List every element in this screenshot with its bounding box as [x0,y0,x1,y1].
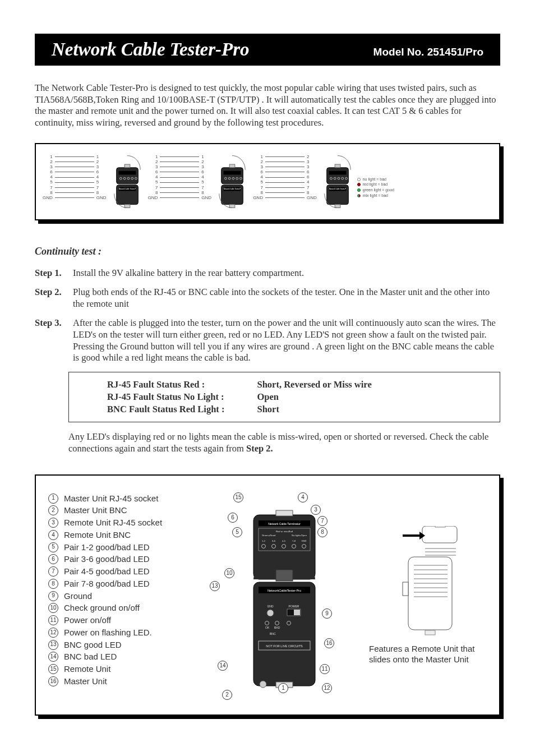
part-number-icon: 4 [48,530,58,540]
fault-row: BNC Fault Status Red Light :Short [104,404,375,415]
parts-list-item: 6 Pair 3-6 good/bad LED [48,553,200,565]
parts-list-item: 8 Pair 7-8 good/bad LED [48,578,200,590]
step-label: Step 3. [35,317,68,364]
part-number-icon: 7 [48,566,58,577]
svg-rect-25 [335,164,340,168]
parts-list-item: 4 Remote Unit BNC [48,529,200,541]
svg-text:Network Cable Tester-P: Network Cable Tester-P [118,188,136,190]
svg-rect-0 [116,167,138,183]
parts-list-item: 15 Remote Unit [48,663,200,675]
svg-text:NetworkCableTester-Pro: NetworkCableTester-Pro [268,589,301,592]
part-number-icon: 9 [48,591,58,601]
part-number-icon: 11 [48,615,58,625]
parts-list-item: 13 BNC good LED [48,639,200,651]
svg-text:7-8: 7-8 [292,540,296,542]
mini-tester: Network Cable Tester-P [216,154,248,209]
header-bar: Network Cable Tester-Pro Model No. 25145… [35,34,500,66]
model-number: Model No. 251451/Pro [373,46,483,58]
pin-map: 1122336644557788GNDGND [41,154,108,201]
callout-16: 16 [324,638,334,648]
svg-rect-54 [276,570,293,581]
part-number-icon: 12 [48,628,58,638]
fault-row: RJ-45 Fault Status Red :Short, Reversed … [104,379,375,390]
svg-text:BNC: BNC [270,632,276,635]
svg-rect-2 [118,170,136,174]
parts-list-item: 3 Remote Unit RJ-45 socket [48,517,200,529]
step-2: Step 2. Plug both ends of the RJ-45 or B… [35,287,500,310]
parts-list-item: 2 Master Unit BNC [48,504,200,517]
part-label: Pair 1-2 good/bad LED [64,541,150,554]
step-body: Install the 9V alkaline battery in the r… [73,268,500,279]
step-label: Step 1. [35,268,68,279]
svg-rect-1 [124,164,130,168]
part-label: Master Unit BNC [64,504,127,517]
step-1: Step 1. Install the 9V alkaline battery … [35,268,500,279]
svg-point-72 [260,681,266,688]
svg-rect-89 [425,630,435,635]
callout-1: 1 [278,683,288,693]
part-label: Ground [64,590,92,602]
intro-paragraph: The Network Cable Tester-Pro is designed… [35,82,500,129]
part-label: Power on/off [64,614,111,626]
slide-on-diagram: Features a Remote Unit that slides onto … [369,492,487,700]
svg-text:Network Cable Tester-P: Network Cable Tester-P [224,188,241,190]
svg-rect-74 [435,526,445,527]
callout-15: 15 [233,492,243,503]
svg-text:3-6: 3-6 [272,540,276,542]
part-number-icon: 5 [48,542,58,552]
svg-rect-61 [294,610,300,615]
svg-rect-35 [335,204,340,208]
svg-rect-24 [326,167,348,183]
callout-7: 7 [317,516,328,526]
part-number-icon: 2 [48,505,58,515]
svg-rect-80 [403,582,408,596]
part-label: BNC bad LED [64,651,117,663]
svg-rect-79 [408,557,452,630]
parts-list-item: 16 Master Unit [48,675,200,688]
step-body: After the cable is plugged into the test… [73,317,500,364]
part-label: Master Unit [64,675,107,688]
slide-on-caption: Features a Remote Unit that slides onto … [369,644,487,665]
parts-list-item: 12 Power on flashing LED. [48,626,200,639]
mini-tester: Network Cable Tester-P [111,154,144,209]
svg-text:4-5: 4-5 [282,540,286,542]
step-3: Step 3. After the cable is plugged into … [35,317,500,364]
part-label: BNC good LED [64,639,122,651]
part-label: Remote Unit BNC [64,529,131,541]
parts-list-item: 11 Power on/off [48,614,200,626]
svg-rect-37 [276,510,293,516]
part-number-icon: 1 [48,494,58,504]
part-number-icon: 16 [48,676,58,686]
svg-text:No  light=Open: No light=Open [292,534,307,537]
svg-rect-26 [329,170,346,174]
wiring-examples-panel: 1122336644557788GNDGND Network Cable Tes… [35,143,500,220]
part-number-icon: 13 [48,640,58,650]
fault-status-box: RJ-45 Fault Status Red :Short, Reversed … [68,372,500,422]
device-diagram: Network Cable Terminator Red or mix=Bad … [200,492,369,700]
part-label: Check ground on/off [64,602,140,614]
callout-11: 11 [320,664,330,674]
mini-legend: no light = bad red light = bad green lig… [357,154,394,199]
part-label: Pair 3-6 good/bad LED [64,553,150,565]
svg-text:GND: GND [302,540,307,542]
callout-9: 9 [322,609,332,619]
parts-list-item: 9 Ground [48,590,200,602]
part-number-icon: 8 [48,579,58,589]
svg-text:NOT FOR LIVE CIRCUITS: NOT FOR LIVE CIRCUITS [266,644,303,648]
post-fault-note: Any LED's displaying red or no lights me… [68,431,500,454]
callout-8: 8 [317,527,328,537]
callout-4: 4 [298,492,308,503]
svg-rect-73 [422,526,457,543]
component-diagram-panel: 1 Master Unit RJ-45 socket 2 Master Unit… [35,474,500,716]
callout-5: 5 [232,527,242,537]
pin-map: 1223336646547788GNDGND [252,154,318,201]
parts-list-item: 10 Check ground on/off [48,602,200,614]
parts-list-item: 14 BNC bad LED [48,651,200,663]
part-label: Power on flashing LED. [64,626,152,639]
parts-list: 1 Master Unit RJ-45 socket 2 Master Unit… [48,492,200,700]
callout-12: 12 [322,683,332,693]
page-title: Network Cable Tester-Pro [52,39,250,60]
part-label: Pair 7-8 good/bad LED [64,578,150,590]
svg-rect-11 [124,204,130,208]
step-body: Plug both ends of the RJ-45 or BNC cable… [73,287,500,310]
